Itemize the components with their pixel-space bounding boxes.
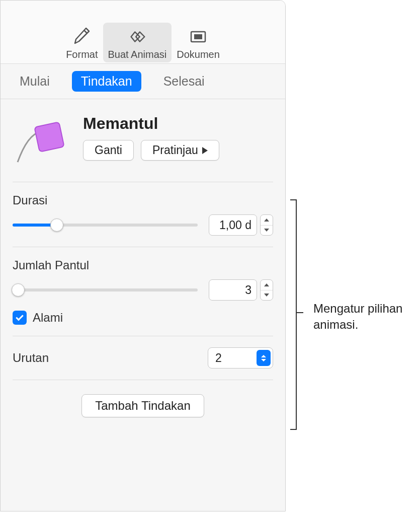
slider-track [13, 288, 198, 291]
inspector-panel: Format Buat Animasi Dokumen Mulai Tindak [0, 0, 286, 511]
document-icon [187, 26, 209, 48]
duration-step-up[interactable] [261, 215, 273, 226]
chevron-up-icon [264, 283, 269, 286]
play-icon [202, 147, 208, 154]
chevron-down-icon [264, 294, 269, 297]
slider-thumb[interactable] [50, 218, 63, 232]
bounces-step-down[interactable] [261, 290, 273, 301]
content-area: Memantul Ganti Pratinjau Durasi [1, 99, 285, 417]
bounce-effect-icon [13, 114, 73, 170]
order-value: 2 [215, 351, 257, 365]
change-effect-button[interactable]: Ganti [83, 140, 134, 161]
order-label: Urutan [13, 351, 49, 365]
duration-field[interactable] [209, 214, 257, 236]
effect-header: Memantul Ganti Pratinjau [83, 114, 273, 161]
add-action-button[interactable]: Tambah Tindakan [81, 394, 204, 417]
toolbar-format[interactable]: Format [61, 26, 103, 60]
effect-title: Memantul [83, 114, 273, 133]
natural-label: Alami [33, 311, 63, 325]
duration-slider[interactable] [13, 218, 198, 232]
slider-thumb[interactable] [12, 283, 25, 297]
duration-step-down[interactable] [261, 226, 273, 236]
duration-stepper-buttons [260, 214, 273, 236]
animate-icon [126, 26, 148, 48]
duration-label: Durasi [13, 193, 273, 207]
duration-section: Durasi [13, 182, 273, 247]
toolbar-document[interactable]: Dokumen [172, 26, 225, 60]
preview-button[interactable]: Pratinjau [141, 140, 219, 161]
chevron-up-icon [264, 218, 269, 222]
animation-tabs: Mulai Tindakan Selesai [1, 64, 285, 99]
bounces-stepper-buttons [260, 279, 273, 301]
order-section: Urutan 2 [13, 336, 273, 380]
toolbar-animate-label: Buat Animasi [108, 49, 167, 60]
chevron-down-icon [264, 229, 269, 232]
select-arrows-icon [257, 350, 271, 366]
bounces-field[interactable] [209, 279, 257, 301]
order-select[interactable]: 2 [208, 347, 273, 369]
format-icon [71, 26, 93, 48]
natural-checkbox-row: Alami [13, 311, 273, 325]
bounces-section: Jumlah Pantul [13, 247, 273, 336]
checkmark-icon [16, 313, 24, 321]
tab-start[interactable]: Mulai [11, 71, 59, 92]
bounces-label: Jumlah Pantul [13, 258, 273, 272]
tab-action[interactable]: Tindakan [72, 71, 141, 92]
callout-text: Mengatur pilihan animasi. [313, 301, 419, 333]
toolbar: Format Buat Animasi Dokumen [1, 1, 285, 64]
tab-end[interactable]: Selesai [154, 71, 214, 92]
svg-rect-2 [34, 122, 64, 152]
callout-bracket-icon [289, 199, 305, 430]
bounces-stepper [209, 279, 273, 301]
bounces-slider[interactable] [13, 283, 198, 297]
natural-checkbox[interactable] [13, 311, 27, 325]
duration-stepper [209, 214, 273, 236]
svg-rect-1 [194, 34, 202, 39]
toolbar-document-label: Dokumen [177, 49, 220, 60]
bounces-step-up[interactable] [261, 280, 273, 290]
change-label: Ganti [95, 143, 122, 157]
effect-header-row: Memantul Ganti Pratinjau [13, 111, 273, 182]
preview-label: Pratinjau [152, 143, 198, 157]
toolbar-format-label: Format [66, 49, 98, 60]
toolbar-animate[interactable]: Buat Animasi [103, 23, 172, 62]
